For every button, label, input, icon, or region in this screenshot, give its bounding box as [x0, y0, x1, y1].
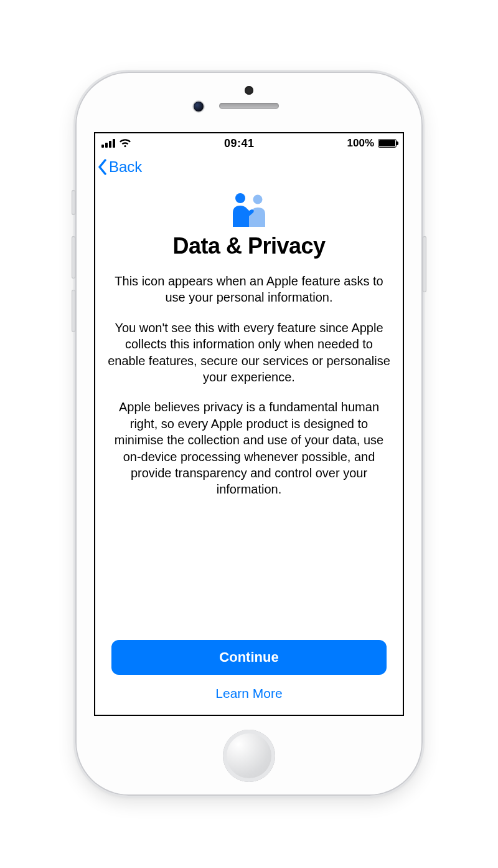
proximity-sensor [245, 86, 253, 95]
silent-switch [72, 190, 75, 215]
cellular-signal-icon [101, 139, 115, 148]
footer-actions: Continue Learn More [106, 629, 392, 715]
back-label: Back [109, 158, 142, 176]
home-button[interactable] [223, 730, 275, 782]
body-paragraph-1: This icon appears when an Apple feature … [106, 273, 392, 306]
phone-frame: 09:41 100% Back Data & [75, 72, 423, 796]
power-button [423, 236, 426, 292]
wifi-icon [119, 139, 131, 148]
screen: 09:41 100% Back Data & [94, 132, 404, 716]
battery-icon [378, 139, 397, 148]
volume-up-button [72, 236, 75, 279]
svg-point-1 [253, 195, 263, 204]
body-paragraph-3: Apple believes privacy is a fundamental … [106, 399, 392, 497]
back-button[interactable]: Back [98, 158, 142, 176]
body-paragraph-2: You won't see this with every feature si… [106, 320, 392, 386]
battery-percentage: 100% [347, 137, 374, 150]
content: Data & Privacy This icon appears when an… [95, 181, 403, 715]
front-camera [194, 102, 204, 112]
privacy-handshake-icon [224, 192, 274, 227]
learn-more-link[interactable]: Learn More [215, 686, 282, 701]
chevron-left-icon [98, 159, 108, 175]
volume-down-button [72, 290, 75, 332]
earpiece [219, 103, 279, 109]
continue-button[interactable]: Continue [111, 640, 387, 675]
status-time: 09:41 [224, 137, 255, 150]
nav-bar: Back [95, 153, 403, 181]
svg-point-0 [235, 193, 245, 203]
page-title: Data & Privacy [106, 233, 392, 259]
status-bar: 09:41 100% [95, 133, 403, 153]
